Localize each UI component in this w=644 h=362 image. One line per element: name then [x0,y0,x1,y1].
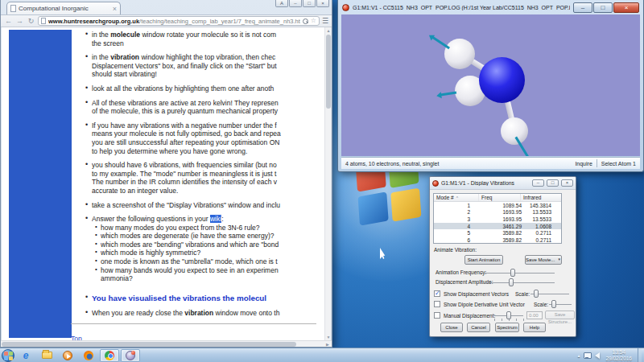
question-item: which mode is highly symmetric? [101,249,328,257]
taskbar-chrome[interactable] [100,349,119,362]
maximize-button[interactable]: □ [303,0,316,7]
taskbar-file-explorer[interactable] [37,349,56,362]
taskbar-firefox[interactable] [79,349,98,362]
hydrogen-atom[interactable] [444,39,475,69]
scroll-down-icon[interactable]: ▼ [325,334,331,340]
browser-tab[interactable]: Computational Inorganic × [6,2,121,14]
vibration-row[interactable]: 31693.9513.5533 [434,216,561,223]
text-line: which modes are degenerate (ie have the … [101,232,328,241]
vertical-scrollbar[interactable]: ▲ ▼ [324,27,331,340]
volume-icon[interactable] [595,352,600,359]
text-line: to help you determine where you have gon… [92,147,328,156]
save-movie-button[interactable]: Save Movie...▼ [525,255,562,265]
dipole-scale-slider[interactable] [551,300,556,308]
taskbar-internet-explorer[interactable]: e [16,349,35,362]
vibration-row[interactable]: 63589.820.2711 [434,237,561,244]
close-button[interactable]: Close [440,323,463,332]
save-structure-button[interactable]: Save Structure... [545,311,575,319]
molecule-window-titlebar[interactable]: G1:M1:V1 - CC5115_NH3_OPT_POP.LOG (H:/1s… [338,0,643,14]
text-line: If you have any vibrations with a negati… [92,121,328,130]
taskbar: e ▲ 13:54 29/02/2016 [0,348,644,362]
zoom-icon[interactable] [303,19,308,24]
reload-icon[interactable]: ↻ [27,18,35,25]
text-line: All of these vibrations are active at ze… [92,99,328,108]
scroll-right-icon[interactable]: ▶ [324,341,331,348]
tab-title: Computational Inorganic [19,5,110,12]
molecule-window: G1:M1:V1 - CC5115_NH3_OPT_POP.LOG (H:/1s… [337,0,644,172]
close-button[interactable]: × [613,2,639,13]
animation-frequency-slider[interactable] [510,269,515,277]
text-line: which modes are "bending" vibrations and… [101,241,328,249]
browser-window-controls: A – □ × [275,0,329,7]
windows-logo-blue-pane [358,191,389,225]
manual-displacement-checkbox[interactable] [434,312,440,319]
bullet-item: you should have 6 vibrations, with frequ… [92,161,328,195]
vibration-row[interactable]: 11089.54145.3814 [434,202,561,209]
tab-close-icon[interactable]: × [113,6,117,12]
show-desktop-button[interactable] [638,348,642,362]
show-dipole-vector-checkbox[interactable] [434,301,440,307]
vibration-row[interactable]: 43461.291.0608 [434,223,561,230]
vertical-scroll-thumb[interactable] [326,35,331,109]
menu-icon[interactable]: ☰ [322,18,328,25]
gaussview-icon [126,351,135,360]
text-line: Answer the following questions in your w… [92,215,328,224]
vectors-scale-slider[interactable] [534,290,539,298]
start-button[interactable] [2,349,14,362]
status-select-atom: Select Atom 1 [601,161,636,167]
vibrations-titlebar[interactable]: G1:M1:V1 - Display Vibrations – □ × [430,177,576,190]
horizontal-scroll-thumb[interactable] [2,342,296,347]
manual-displacement-label: Manual Displacement: [444,313,495,319]
displacement-amplitude-slider[interactable] [509,278,514,286]
help-button[interactable]: Help [523,323,546,332]
network-icon[interactable] [584,352,592,359]
media-player-icon [63,351,72,360]
column-header-freq[interactable]: Freq [479,194,521,201]
back-icon[interactable]: ← [4,18,13,25]
horizontal-scrollbar[interactable]: ▶ [1,340,332,347]
spectrum-button[interactable]: Spectrum [495,323,519,332]
text-line: of the molecule, this is a purely quantu… [92,107,328,116]
scroll-up-icon[interactable]: ▲ [325,27,331,34]
question-item: which modes are degenerate (ie have the … [101,232,328,241]
bookmark-star-icon[interactable]: ☆ [311,18,316,24]
close-button[interactable]: × [561,179,573,187]
clock-time: 13:54 [605,349,632,356]
vibration-row[interactable]: 53589.820.2711 [434,229,561,237]
bullet-item: in the vibration window highlight the to… [92,53,328,79]
minimize-button[interactable]: – [573,2,592,13]
taskbar-media-player[interactable] [58,349,77,362]
cancel-button[interactable]: Cancel [467,323,490,332]
profile-button[interactable]: A [275,0,288,7]
minimize-button[interactable]: – [532,179,544,187]
manual-displacement-value-field[interactable]: 0.00 [526,311,543,319]
show-dipole-vector-label: Show Dipole Derivative Unit Vector [444,302,525,307]
column-header-mode[interactable]: Mode #^ [434,194,479,201]
hydrogen-atom[interactable] [501,117,528,145]
dropdown-arrow-icon: ▼ [557,256,560,264]
show-displacement-vectors-checkbox[interactable] [434,290,440,297]
status-divider [597,159,597,167]
vibration-row[interactable]: 21693.9513.5533 [434,209,561,216]
tray-expand-icon[interactable]: ▲ [577,353,581,358]
gaussview-icon [342,4,349,11]
taskbar-clock[interactable]: 13:54 29/02/2016 [603,349,634,361]
manual-displacement-slider[interactable] [506,311,511,319]
start-animation-button[interactable]: Start Animation [464,255,503,265]
nitrogen-atom[interactable] [479,57,525,103]
forward-icon[interactable]: → [15,18,24,25]
column-header-infrared[interactable]: Infrared [521,194,553,201]
page-content: in the molecule window rotate your molec… [2,27,331,340]
molecule-viewport[interactable] [341,14,640,156]
text-line: you are still unsuccessful after repeati… [92,138,328,147]
address-bar[interactable]: www.huntresearchgroup.org.uk/teaching/te… [38,16,320,26]
maximize-button[interactable]: □ [547,179,559,187]
text-line: look at all the vibrations by highlighti… [92,84,328,93]
close-button[interactable]: × [316,0,329,7]
displacement-vector-arrow [440,92,456,96]
bullet-item: When you are ready close the vibration w… [92,309,328,318]
minimize-button[interactable]: – [289,0,302,7]
maximize-button[interactable]: □ [593,2,613,13]
taskbar-gaussview[interactable] [121,349,140,362]
molecule-window-controls: – □ × [573,2,639,13]
